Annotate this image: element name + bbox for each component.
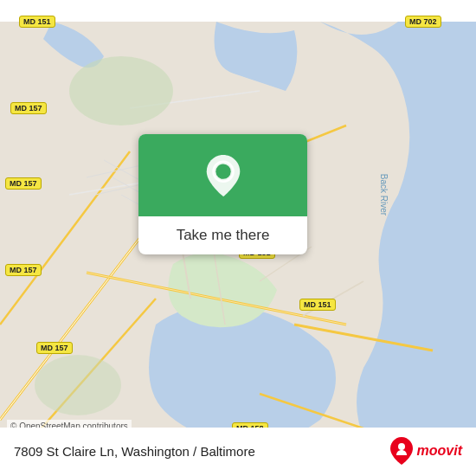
- road-badge-md151-top: MD 151: [19, 16, 55, 28]
- location-pin-icon: [204, 153, 242, 198]
- road-badge-md151-lower: MD 151: [299, 299, 336, 311]
- svg-point-22: [35, 355, 121, 415]
- road-badge-md157-4: MD 157: [36, 342, 73, 354]
- svg-text:Back River: Back River: [379, 174, 389, 216]
- take-me-there-label: Take me there: [177, 227, 270, 243]
- road-badge-md157-1: MD 157: [10, 102, 47, 114]
- card-map-icon-area: [138, 134, 307, 216]
- road-badge-md157-2: MD 157: [5, 177, 42, 190]
- road-badge-md157-3: MD 157: [5, 264, 42, 276]
- moovit-brand-text: moovit: [417, 443, 462, 459]
- moovit-logo: moovit: [389, 436, 462, 466]
- take-me-there-card[interactable]: Take me there: [138, 134, 307, 254]
- card-button-area[interactable]: Take me there: [138, 216, 307, 254]
- road-badge-md702: MD 702: [405, 16, 441, 28]
- moovit-icon: [389, 436, 414, 466]
- svg-point-24: [215, 164, 230, 178]
- map-container: Back River MD 151 MD 702 MD 157 MD 157 M…: [0, 0, 476, 476]
- svg-point-21: [69, 56, 173, 125]
- address-text: 7809 St Claire Ln, Washington / Baltimor…: [14, 444, 255, 459]
- bottom-bar: 7809 St Claire Ln, Washington / Baltimor…: [0, 428, 476, 476]
- svg-point-26: [398, 443, 405, 450]
